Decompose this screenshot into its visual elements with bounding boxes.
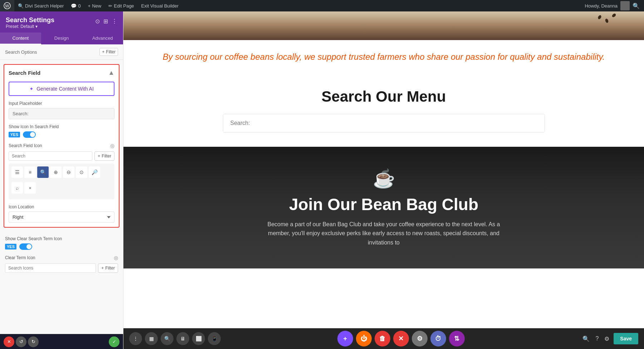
toolbar-right-buttons: ✓ bbox=[109, 336, 119, 347]
tab-design[interactable]: Design bbox=[41, 33, 82, 44]
settings-button[interactable]: ⚙ bbox=[412, 331, 428, 346]
mobile-icon: 📱 bbox=[211, 336, 218, 341]
icon-item-search-alt[interactable]: ⌕ bbox=[11, 182, 23, 194]
panel-preset[interactable]: Preset: Default ▾ bbox=[6, 24, 54, 29]
clear-term-filter-button[interactable]: + Filter bbox=[98, 263, 118, 273]
toggle-thumb bbox=[30, 132, 35, 137]
dark-text: Become a part of our Bean Bag Club and t… bbox=[259, 220, 509, 247]
float-menu-button[interactable]: ⋮ bbox=[129, 332, 142, 345]
search-bar-input[interactable] bbox=[223, 114, 545, 132]
history-button[interactable]: ⏱ bbox=[430, 331, 446, 346]
show-clear-toggle[interactable] bbox=[19, 243, 32, 250]
admin-search-icon[interactable]: 🔍 bbox=[633, 3, 640, 9]
tab-advanced[interactable]: Advanced bbox=[82, 33, 123, 44]
dark-heading: Join Our Bean Bag Club bbox=[289, 195, 478, 214]
icon-item-list[interactable]: ☰ bbox=[11, 166, 23, 178]
save-button[interactable]: Save bbox=[614, 333, 638, 344]
collapse-icon[interactable]: ▲ bbox=[108, 69, 114, 77]
power-icon: ⏻ bbox=[361, 335, 367, 343]
right-content: By sourcing our coffee beans locally, we… bbox=[123, 11, 644, 349]
panel-more-icon[interactable]: ⋮ bbox=[112, 18, 117, 25]
float-help-icon[interactable]: ? bbox=[594, 334, 600, 343]
clear-term-icon-header: Clear Term Icon ◎ bbox=[5, 255, 118, 261]
icon-item-menu[interactable]: ≡ bbox=[24, 166, 36, 178]
float-desktop-button[interactable]: ⬜ bbox=[192, 332, 205, 345]
icon-location-select[interactable]: Left Right bbox=[9, 212, 114, 223]
below-section: Show Clear Search Term Icon YES Clear Te… bbox=[0, 232, 123, 282]
float-mobile-button[interactable]: 📱 bbox=[208, 332, 221, 345]
add-module-button[interactable]: + bbox=[337, 331, 353, 346]
redo-icon: ↻ bbox=[31, 339, 35, 344]
panel-focus-icon[interactable]: ⊙ bbox=[95, 18, 100, 25]
float-search-icon: 🔍 bbox=[164, 336, 170, 341]
check-icon: ✓ bbox=[112, 339, 116, 344]
admin-bar-new[interactable]: + New bbox=[84, 0, 105, 11]
preset-chevron-icon: ▾ bbox=[35, 24, 38, 29]
show-icon-toggle[interactable] bbox=[23, 131, 36, 138]
input-placeholder-group: Input Placeholder bbox=[9, 101, 114, 119]
undo-icon: ↺ bbox=[19, 339, 23, 344]
undo-button[interactable]: ↺ bbox=[16, 336, 26, 347]
icon-item-zoom-fit[interactable]: ⊙ bbox=[76, 166, 87, 178]
tab-content[interactable]: Content bbox=[0, 33, 41, 44]
icon-item-magnify[interactable]: 🔎 bbox=[89, 166, 100, 178]
show-clear-toggle-row: YES bbox=[5, 243, 118, 250]
close-panel-button[interactable]: ✕ bbox=[4, 336, 14, 347]
input-placeholder-label: Input Placeholder bbox=[9, 101, 114, 106]
icon-item-x[interactable]: ✕ bbox=[24, 182, 36, 194]
clear-term-icon-label: Clear Term Icon bbox=[5, 255, 35, 260]
icon-search-input[interactable] bbox=[9, 151, 92, 161]
top-image bbox=[123, 11, 644, 40]
toolbar-left-buttons: ✕ ↺ ↻ bbox=[4, 336, 39, 347]
section-header: Search Field ▲ bbox=[9, 69, 114, 77]
move-button[interactable]: ⇅ bbox=[449, 331, 465, 346]
clock-icon: ⏱ bbox=[435, 335, 441, 343]
icon-location-label: Icon Location bbox=[9, 204, 114, 209]
section-title: Search Field bbox=[9, 70, 40, 76]
search-section: Search Our Menu bbox=[123, 74, 644, 147]
user-avatar[interactable] bbox=[620, 1, 630, 10]
float-search-button[interactable]: 🔍 bbox=[161, 332, 174, 345]
float-monitor-button[interactable]: 🖥 bbox=[176, 332, 189, 345]
target-icon[interactable]: ◎ bbox=[110, 143, 114, 149]
delete-button[interactable]: 🗑 bbox=[375, 331, 390, 346]
generate-ai-button[interactable]: ✦ Generate Content With AI bbox=[9, 82, 114, 96]
clear-term-target-icon[interactable]: ◎ bbox=[114, 255, 118, 261]
float-settings-icon[interactable]: ⚙ bbox=[603, 334, 611, 344]
search-field-icon-group: Search Field Icon ◎ + Filter ☰ ≡ bbox=[9, 143, 114, 199]
admin-bar-right: Howdy, Deanna 🔍 bbox=[585, 1, 644, 10]
icon-item-zoom-in[interactable]: ⊕ bbox=[50, 166, 62, 178]
admin-bar-notifications[interactable]: 💬 0 bbox=[67, 0, 84, 11]
icon-filter-button[interactable]: + Filter bbox=[94, 151, 114, 161]
wordpress-logo[interactable]: W bbox=[0, 0, 14, 11]
panel-layout-icon[interactable]: ⊞ bbox=[103, 18, 108, 25]
remove-button[interactable]: ✕ bbox=[393, 331, 409, 346]
monitor-icon: 🖥 bbox=[180, 336, 185, 341]
show-icon-group: Show Icon In Search Field YES bbox=[9, 124, 114, 138]
clear-term-search-input[interactable] bbox=[5, 263, 96, 273]
icon-item-search-active[interactable]: 🔍 bbox=[37, 166, 49, 178]
filter-button[interactable]: + Filter bbox=[99, 48, 118, 56]
menu-icon: ⋮ bbox=[133, 336, 138, 341]
edit-icon: ✏ bbox=[108, 3, 112, 9]
icon-item-zoom-out[interactable]: ⊖ bbox=[63, 166, 74, 178]
redo-button[interactable]: ↻ bbox=[28, 336, 39, 347]
float-layout-button[interactable]: ▦ bbox=[145, 332, 158, 345]
divi-search-icon: 🔍 bbox=[18, 3, 24, 9]
trash-icon: 🗑 bbox=[379, 335, 386, 343]
float-search-right-icon[interactable]: 🔍 bbox=[581, 334, 591, 344]
input-placeholder-field[interactable] bbox=[9, 108, 114, 119]
admin-bar-left: W 🔍 Divi Search Helper 💬 0 + New ✏ Edit … bbox=[0, 0, 182, 11]
panel-tabs: Content Design Advanced bbox=[0, 33, 123, 44]
stop-button[interactable]: ⏻ bbox=[356, 331, 372, 346]
admin-bar-divi-search[interactable]: 🔍 Divi Search Helper bbox=[14, 0, 67, 11]
panel-title: Search Settings bbox=[6, 16, 54, 24]
admin-bar-edit-page[interactable]: ✏ Edit Page bbox=[105, 0, 137, 11]
dark-section: ☕ Join Our Bean Bag Club Become a part o… bbox=[123, 147, 644, 269]
close-icon: ✕ bbox=[7, 339, 11, 344]
clear-term-search-row: + Filter bbox=[5, 263, 118, 273]
admin-bar-exit-builder[interactable]: Exit Visual Builder bbox=[138, 0, 182, 11]
confirm-button[interactable]: ✓ bbox=[109, 336, 119, 347]
left-panel: Search Settings Preset: Default ▾ ⊙ ⊞ ⋮ … bbox=[0, 11, 123, 349]
search-heading: Search Our Menu bbox=[145, 88, 623, 105]
